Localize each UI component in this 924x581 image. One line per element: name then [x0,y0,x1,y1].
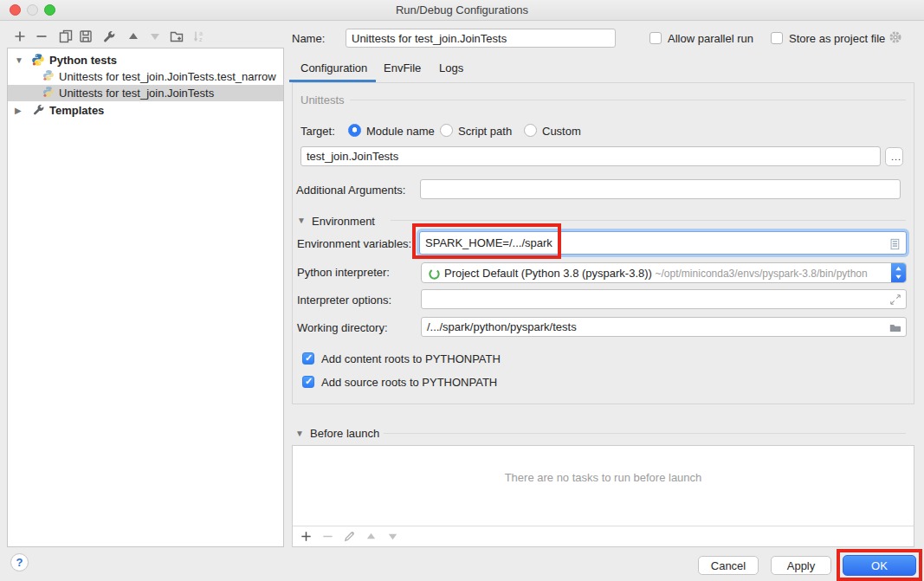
tree-item-label: Templates [49,104,104,117]
save-configuration-button[interactable] [79,29,94,44]
python-interpreter-select[interactable]: Project Default (Python 3.8 (pyspark-3.8… [421,262,907,283]
sort-configurations-button[interactable]: az [192,29,207,44]
tree-item-templates[interactable]: ▶ Templates [8,102,283,119]
add-source-roots-checkbox[interactable] [302,376,314,388]
before-launch-collapse-icon[interactable]: ▼ [295,429,304,438]
interpreter-options-label: Interpreter options: [297,294,391,307]
tree-item-test-narrow[interactable]: Unittests for test_join.JoinTests.test_n… [8,68,283,85]
environment-collapse-icon[interactable]: ▼ [297,216,306,225]
tree-item-label: Unittests for test_join.JoinTests.test_n… [59,70,276,83]
environment-variables-value: SPARK_HOME=/.../spark [425,236,552,249]
create-folder-button[interactable] [170,29,184,44]
edit-templates-button[interactable] [102,29,117,44]
python-test-icon [42,86,55,100]
name-input[interactable] [346,29,616,48]
conda-environment-icon [428,267,441,283]
group-legend: Unittests [300,94,345,107]
add-source-roots-label: Add source roots to PYTHONPATH [321,376,497,389]
remove-configuration-button[interactable] [35,29,49,44]
move-up-button[interactable] [126,29,141,44]
arrow-down-icon [148,33,162,46]
minus-icon [35,33,48,46]
python-interpreter-value: Project Default (Python 3.8 (pyspark-3.8… [444,267,652,280]
expander-expanded-icon[interactable]: ▼ [15,55,23,65]
store-as-project-file-checkbox[interactable] [771,32,783,44]
run-debug-configurations-dialog: Run/Debug Configurations az ▼ Python tes… [0,0,924,581]
folder-icon[interactable] [888,321,901,339]
before-launch-toolbar-divider [293,526,914,526]
before-launch-empty-message: There are no tasks to run before launch [293,471,914,484]
tree-item-python-tests[interactable]: ▼ Python tests [8,52,283,68]
additional-arguments-input[interactable] [420,179,901,199]
tab-envfile[interactable]: EnvFile [384,61,421,74]
save-icon [79,33,93,46]
working-directory-input[interactable]: /.../spark/python/pyspark/tests [421,317,907,337]
environment-variables-input[interactable]: SPARK_HOME=/.../spark [419,231,907,255]
target-radio-custom[interactable] [524,124,537,137]
edit-variables-icon[interactable] [888,236,901,258]
allow-parallel-run-checkbox[interactable] [649,32,662,44]
additional-arguments-label: Additional Arguments: [296,184,405,197]
target-radio-custom-label: Custom [542,125,581,138]
python-icon [31,53,45,68]
move-task-down-button[interactable] [386,530,399,545]
allow-parallel-run-label: Allow parallel run [668,32,753,45]
before-launch-tasks-box: There are no tasks to run before launch [292,445,914,547]
environment-divider [391,220,906,221]
working-directory-value: /.../spark/python/pyspark/tests [427,320,577,333]
before-launch-label: Before launch [310,427,379,440]
target-label: Target: [300,125,335,138]
new-folder-icon [170,33,184,46]
edit-task-button[interactable] [343,530,356,545]
tree-item-label: Python tests [49,54,117,67]
add-content-roots-label: Add content roots to PYTHONPATH [321,352,501,365]
arrow-up-icon [126,33,140,46]
apply-button[interactable]: Apply [771,556,831,575]
copy-icon [59,33,73,46]
tree-item-jointests-selected[interactable]: Unittests for test_join.JoinTests [8,85,283,101]
target-radio-module-name-label: Module name [366,125,435,138]
plus-icon [13,33,27,46]
before-launch-divider [384,433,906,434]
browse-target-button[interactable]: ... [885,147,903,166]
wrench-icon [32,103,45,119]
remove-task-button[interactable] [321,530,334,545]
expander-collapsed-icon[interactable]: ▶ [15,106,22,115]
gear-icon[interactable] [888,30,902,47]
ok-button[interactable]: OK [843,555,916,576]
svg-text:z: z [199,36,203,42]
tab-logs[interactable]: Logs [439,61,463,74]
cancel-button[interactable]: Cancel [698,556,759,575]
tree-item-label: Unittests for test_join.JoinTests [59,87,214,100]
store-as-project-file-label: Store as project file [789,32,885,45]
add-task-button[interactable] [300,530,313,545]
tab-configuration[interactable]: Configuration [300,61,367,74]
target-radio-script-path-label: Script path [458,125,512,138]
target-radio-script-path[interactable] [440,124,453,137]
svg-text:a: a [199,30,203,36]
add-content-roots-checkbox[interactable] [302,352,314,365]
sort-alphabetically-icon: az [192,33,206,46]
name-label: Name: [292,32,325,45]
expand-field-icon[interactable] [889,294,901,308]
python-interpreter-path: ~/opt/miniconda3/envs/pyspark-3.8/bin/py… [656,268,868,280]
add-configuration-button[interactable] [13,29,28,44]
legend-divider [350,100,906,100]
python-interpreter-label: Python interpreter: [297,266,390,279]
environment-section-label: Environment [312,215,375,228]
combo-stepper-icon[interactable] [891,263,906,282]
help-button[interactable]: ? [10,553,29,571]
move-down-button[interactable] [148,29,163,44]
titlebar: Run/Debug Configurations [0,0,924,21]
python-test-icon [42,69,55,84]
window-title: Run/Debug Configurations [0,3,924,16]
move-task-up-button[interactable] [365,530,378,545]
target-radio-module-name[interactable] [348,124,361,137]
wrench-icon [102,33,116,46]
working-directory-label: Working directory: [297,321,388,334]
configurations-tree: ▼ Python tests Unittests for test_join.J… [7,48,284,547]
copy-configuration-button[interactable] [59,29,74,44]
environment-variables-label: Environment variables: [297,237,411,250]
interpreter-options-input[interactable] [421,289,907,309]
target-input[interactable] [300,146,881,166]
